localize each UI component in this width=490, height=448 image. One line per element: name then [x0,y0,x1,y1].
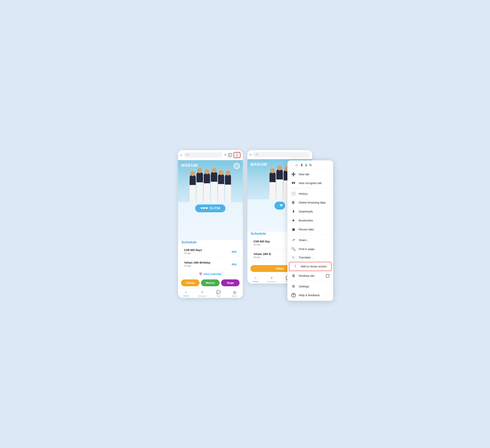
nav-mixer-label: Mixer [232,295,237,297]
nav-home-label: Home [183,295,189,297]
home-nav-icon: ⌂ [185,290,187,294]
right-home-button[interactable]: ⌂ [250,153,252,156]
right-address-bar[interactable]: 🛡 [253,152,310,157]
menu-item-history[interactable]: 🕐 History [287,189,333,198]
days-left-2: 80d [232,263,237,266]
left-address-bar[interactable]: 🛡 [184,152,223,158]
tab-count-badge[interactable]: 1 [228,153,232,157]
right-nav-discover-label: Discover [268,281,276,283]
right-nav-home[interactable]: ⌂ Home [247,276,263,283]
refresh-icon[interactable]: ↻ [309,163,312,167]
discover-nav-icon: ✦ [201,290,204,295]
new-tab-button[interactable]: + [224,153,227,157]
silhouette-5 [218,174,224,202]
add-home-icon: ⤴ [293,265,298,268]
right-event-info-1: CSR 800 Day All day [254,240,270,246]
right-browser-bar: ⌂ 🛡 [247,150,312,159]
menu-item-desktop-site[interactable]: 🖥 Desktop site [287,271,333,280]
new-tab-icon: ➕ [291,172,296,176]
translate-icon: G [291,256,296,259]
days-left-1: 66d [232,250,237,253]
right-nav-home-label: Home [253,280,258,283]
menu-item-bookmarks[interactable]: ★ Bookmarks [287,216,333,225]
more-options-button[interactable]: ⋮ [234,152,241,158]
find-icon: 🔍 [291,247,296,251]
app-header-circle [234,163,240,169]
silhouette-3 [204,173,210,202]
bookmarks-icon: ★ [291,218,296,223]
menu-item-translate[interactable]: G Translate… [287,253,333,261]
hearts-icon: ❤❤❤ [201,206,208,210]
right-event-name-1: CSR 800 Day [254,240,270,243]
right-silhouette-group [270,169,290,199]
mixer-nav-icon: ▦ [233,290,236,295]
event-name-2: Yeham 19th Birthday [184,261,210,264]
shield-icon: 🛡 [186,153,189,156]
home-button[interactable]: ⌂ [180,153,182,157]
right-nav-discover[interactable]: ✦ Discover [263,276,280,283]
history-label: History [299,192,329,195]
delete-browsing-label: Delete browsing data [299,201,329,204]
menu-item-find-in-page[interactable]: 🔍 Find in page [287,244,333,253]
bookmarks-label: Bookmarks [299,219,329,222]
musics-tab[interactable]: Musics [201,279,219,286]
menu-item-add-to-home[interactable]: ⤴ Add to Home screen [289,262,332,271]
view-calendar-label: View Calendar [203,273,221,276]
silhouette-2 [196,172,203,202]
schedule-section: Schedule CSR 800 Days All day 66d Yeham … [178,240,243,279]
menu-item-downloads[interactable]: ⬇ Downloads [287,207,333,216]
silhouette-6 [225,174,231,202]
content-tabs-row: Videos Musics Stage [178,279,243,288]
view-calendar-button[interactable]: 📅 View Calendar [181,271,240,277]
right-day-counter: ❤ [274,202,285,210]
schedule-title: Schedule [181,240,240,244]
talk-nav-icon: 💬 [216,290,221,295]
right-event-info-2: Yeham 19th B All day [254,252,271,259]
new-tab-label: New tab [299,173,329,176]
download-page-icon[interactable]: ⬇ [300,163,303,167]
forward-icon[interactable]: → [289,163,293,167]
desktop-site-label: Desktop site [299,274,323,277]
left-browser-bar: ⌂ 🛡 + 1 ⋮ [178,150,243,160]
add-to-home-label: Add to Home screen [301,265,327,268]
right-home-nav-icon: ⌂ [254,276,256,280]
menu-item-help[interactable]: ? Help & feedback [287,291,333,300]
stage-tab[interactable]: Stage [221,279,240,286]
incognito-icon: 🕶 [291,181,296,185]
right-event-time-2: All day [254,256,271,259]
nav-home[interactable]: ⌂ Home [178,290,194,297]
event-info-1: CSR 800 Days All day [184,249,202,255]
menu-item-delete-browsing[interactable]: 🗑 Delete browsing data [287,198,333,207]
event-time-1: All day [184,252,202,255]
rs-1 [270,172,276,199]
left-nav-bar: ⌂ Home ✦ Discover 💬 Talk ▦ Mixer [178,288,243,298]
menu-item-share[interactable]: ↗ Share… [287,235,333,244]
bookmark-icon[interactable]: ☆ [295,163,298,167]
help-feedback-label: Help & feedback [299,294,329,297]
page-info-icon[interactable]: ℹ [306,163,307,167]
event-time-2: All day [184,265,210,267]
menu-item-incognito[interactable]: 🕶 New Incognito tab [287,179,333,188]
settings-icon: ⚙ [291,284,296,288]
event-info-2: Yeham 19th Birthday All day [184,261,210,267]
delete-browsing-icon: 🗑 [291,200,296,205]
left-phone: ⌂ 🛡 + 1 ⋮ MAEUM [178,150,243,298]
translate-label: Translate… [299,256,329,259]
silhouette-4 [211,171,217,202]
nav-discover[interactable]: ✦ Discover [194,290,210,297]
recent-tabs-label: Recent tabs [299,228,329,231]
right-event-name-2: Yeham 19th B [254,252,271,256]
menu-item-settings[interactable]: ⚙ Settings [287,282,333,291]
event-name-1: CSR 800 Days [184,249,202,251]
menu-item-recent-tabs[interactable]: ▣ Recent tabs [287,225,333,234]
calendar-icon: 📅 [199,273,202,276]
main-container: ⌂ 🛡 + 1 ⋮ MAEUM [178,150,312,298]
videos-tab[interactable]: Videos [181,279,200,286]
nav-talk[interactable]: 💬 Talk [210,290,227,297]
desktop-site-checkbox[interactable] [326,274,329,278]
nav-mixer[interactable]: ▦ Mixer [227,290,243,297]
menu-item-new-tab[interactable]: ➕ New tab [287,170,333,179]
right-discover-icon: ✦ [270,276,273,280]
day-counter: ❤❤❤ D+734 [195,205,226,212]
app-logo: MAEUM [181,163,198,168]
